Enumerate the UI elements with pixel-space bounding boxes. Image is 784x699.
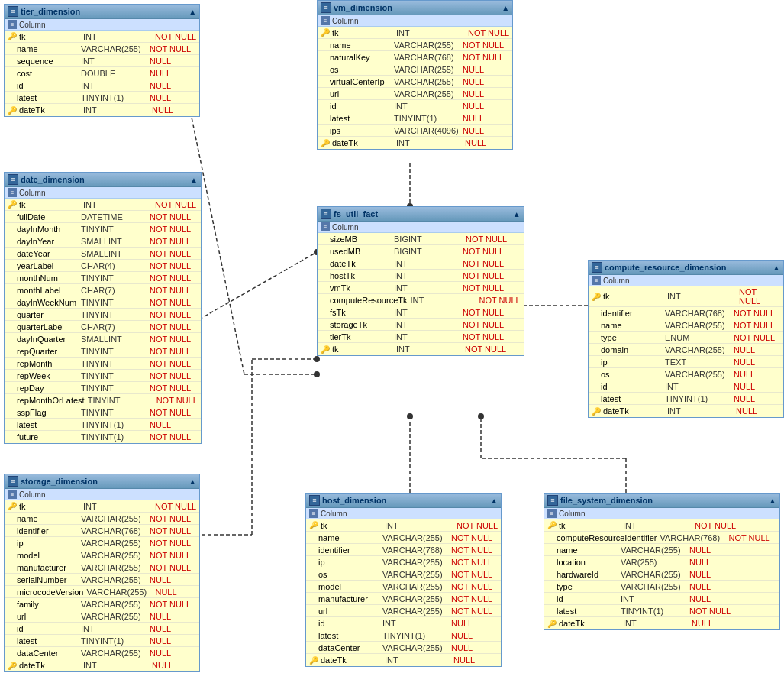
- pk-icon: 🔑: [8, 105, 17, 115]
- table-row: quarterTINYINTNOT NULL: [5, 309, 201, 321]
- collapse-icon-storage[interactable]: ▲: [189, 477, 196, 486]
- svg-point-6: [314, 371, 320, 377]
- col-section-icon-host: [309, 509, 318, 518]
- table-icon-date: [8, 174, 18, 185]
- table-row: 🔑dateTkINTNULL: [544, 617, 779, 629]
- table-row: sequence INT NULL: [5, 55, 199, 67]
- table-row: locationVAR(255)NULL: [544, 556, 779, 568]
- table-file-system-dimension: file_system_dimension ▲ Column 🔑tkINTNOT…: [544, 493, 780, 630]
- table-row: vmTkINTNOT NULL: [318, 282, 524, 294]
- table-row: hostTkINTNOT NULL: [318, 270, 524, 282]
- table-row: ipsVARCHAR(4096)NULL: [318, 125, 512, 137]
- table-row: monthLabelCHAR(7)NOT NULL: [5, 284, 201, 296]
- table-storage-dimension: storage_dimension ▲ Column 🔑tkINTNOT NUL…: [4, 474, 200, 672]
- pk-icon: 🔑: [8, 32, 17, 41]
- collapse-icon-tier[interactable]: ▲: [189, 8, 196, 16]
- table-icon-compute: [592, 262, 602, 273]
- table-row: identifierVARCHAR(768)NOT NULL: [306, 544, 501, 556]
- table-header-tier-dimension: tier_dimension ▲: [5, 5, 199, 19]
- pk-icon: 🔑: [8, 661, 17, 670]
- col-section-host: Column: [306, 508, 501, 519]
- table-row: nameVARCHAR(255)NOT NULL: [5, 513, 199, 525]
- collapse-icon-fs[interactable]: ▲: [513, 210, 521, 218]
- col-section-compute: Column: [589, 275, 783, 286]
- table-row: 🔑dateTkINTNULL: [306, 654, 501, 666]
- col-section-fs: Column: [318, 222, 524, 233]
- table-icon-fs: [321, 209, 331, 219]
- table-title-vm: vm_dimension: [334, 3, 392, 12]
- table-row: repQuarterTINYINTNOT NULL: [5, 345, 201, 358]
- table-header-host: host_dimension ▲: [306, 494, 501, 508]
- pk-icon: 🔑: [592, 406, 601, 416]
- pk-icon: 🔑: [547, 521, 557, 530]
- pk-icon: 🔑: [8, 200, 17, 209]
- table-row: repWeekTINYINTNOT NULL: [5, 370, 201, 382]
- table-row: ipVARCHAR(255)NOT NULL: [5, 537, 199, 549]
- table-row: sspFlagTINYINTNOT NULL: [5, 406, 201, 419]
- table-row: microcodeVersionVARCHAR(255)NULL: [5, 586, 199, 598]
- table-row: repMonthTINYINTNOT NULL: [5, 358, 201, 370]
- col-section-icon-compute: [592, 276, 601, 285]
- table-row: latestTINYINT(1)NULL: [306, 629, 501, 642]
- table-row: dayInQuarterSMALLINTNOT NULL: [5, 333, 201, 345]
- table-row: dateYearSMALLINTNOT NULL: [5, 248, 201, 260]
- table-fs-util-fact: fs_util_fact ▲ Column sizeMBBIGINTNOT NU…: [317, 206, 524, 356]
- col-section-vm: Column: [318, 15, 512, 27]
- pk-icon: 🔑: [8, 502, 17, 511]
- table-row: dayInMonthTINYINTNOT NULL: [5, 223, 201, 235]
- table-header-fs: fs_util_fact ▲: [318, 207, 524, 222]
- table-row: dayInWeekNumTINYINTNOT NULL: [5, 296, 201, 309]
- table-row: nameVARCHAR(255)NOT NULL: [318, 39, 512, 51]
- table-row: urlVARCHAR(255)NULL: [5, 610, 199, 623]
- table-row: sizeMBBIGINTNOT NULL: [318, 233, 524, 245]
- table-row: 🔑tkINTNOT NULL: [544, 519, 779, 532]
- table-title-tier: tier_dimension: [21, 7, 80, 16]
- table-row: nameVARCHAR(255)NULL: [544, 544, 779, 556]
- table-row: 🔑tkINTNOT NULL: [318, 27, 512, 39]
- table-row: 🔑dateTkINTNULL: [5, 659, 199, 671]
- table-row: cost DOUBLE NULL: [5, 67, 199, 79]
- table-row: osVARCHAR(255)NOT NULL: [306, 568, 501, 581]
- col-section-icon-storage: [8, 490, 17, 499]
- table-vm-dimension: vm_dimension ▲ Column 🔑tkINTNOT NULL nam…: [317, 0, 513, 150]
- collapse-icon-vm[interactable]: ▲: [502, 4, 509, 12]
- table-title-filesystem: file_system_dimension: [560, 496, 653, 505]
- collapse-icon-compute[interactable]: ▲: [773, 264, 780, 272]
- table-row: hardwareIdVARCHAR(255)NULL: [544, 568, 779, 581]
- table-row: ipTEXTNULL: [589, 356, 783, 368]
- table-row: manufacturerVARCHAR(255)NOT NULL: [306, 593, 501, 605]
- col-section-icon-vm: [321, 16, 330, 25]
- svg-point-14: [407, 413, 413, 419]
- table-row: serialNumberVARCHAR(255)NULL: [5, 574, 199, 586]
- table-row: familyVARCHAR(255)NOT NULL: [5, 598, 199, 610]
- table-row: identifierVARCHAR(768)NOT NULL: [589, 307, 783, 319]
- table-row: monthNumTINYINTNOT NULL: [5, 272, 201, 284]
- table-row: idINTNULL: [544, 593, 779, 605]
- col-section-filesystem: Column: [544, 508, 779, 519]
- table-row: urlVARCHAR(255)NULL: [318, 88, 512, 100]
- pk-icon: 🔑: [309, 655, 318, 665]
- table-row: 🔑tkINTNOT NULL: [589, 286, 783, 307]
- collapse-icon-filesystem[interactable]: ▲: [769, 497, 776, 505]
- svg-line-2: [183, 252, 317, 328]
- table-row: repDayTINYINTNOT NULL: [5, 382, 201, 394]
- table-row: dayInYearSMALLINTNOT NULL: [5, 235, 201, 248]
- pk-icon: 🔑: [321, 345, 330, 354]
- table-row: 🔑tkINTNOT NULL: [318, 343, 524, 355]
- collapse-icon-host[interactable]: ▲: [490, 497, 498, 505]
- table-host-dimension: host_dimension ▲ Column 🔑tkINTNOT NULL n…: [305, 493, 502, 667]
- collapse-icon-date[interactable]: ▲: [190, 176, 198, 184]
- pk-icon: 🔑: [547, 619, 557, 628]
- table-row: ipVARCHAR(255)NOT NULL: [306, 556, 501, 568]
- table-row: idINTNULL: [589, 380, 783, 393]
- table-row: repMonthOrLatestTINYINTNOT NULL: [5, 394, 201, 406]
- col-section-icon-date: [8, 188, 17, 197]
- table-title-host: host_dimension: [322, 496, 386, 505]
- table-title-compute: compute_resource_dimension: [605, 263, 727, 272]
- table-row: identifierVARCHAR(768)NOT NULL: [5, 525, 199, 537]
- col-section-icon-tier: [8, 20, 17, 29]
- table-row: tierTkINTNOT NULL: [318, 331, 524, 343]
- table-header-storage: storage_dimension ▲: [5, 474, 199, 489]
- col-section-icon-fs: [321, 222, 330, 231]
- table-row: urlVARCHAR(255)NOT NULL: [306, 605, 501, 617]
